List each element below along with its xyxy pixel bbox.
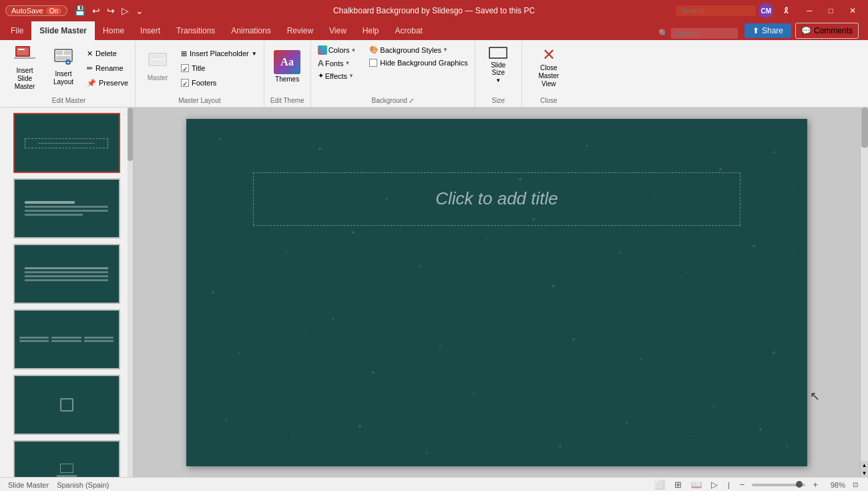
share-button[interactable]: ⬆ Share	[744, 23, 791, 38]
zoom-percent: 98%	[825, 481, 845, 489]
bg-styles-arrow-icon: ▼	[443, 47, 448, 53]
autosave-toggle[interactable]: On	[46, 7, 61, 15]
ribbon-tabs: File Slide Master Home Insert Transition…	[0, 21, 868, 40]
title-bar: AutoSave On 💾 ↩ ↪ ▷ ⌄ Chalkboard Backgro…	[0, 0, 868, 21]
title-search-input[interactable]	[676, 5, 756, 16]
effects-dropdown[interactable]: ✦ Effects ▼	[315, 70, 359, 81]
footers-checkbox[interactable]: Footers	[178, 76, 260, 90]
reading-view-button[interactable]: 📖	[689, 479, 704, 490]
svg-point-15	[318, 148, 321, 150]
insert-placeholder-button[interactable]: ⊞ Insert Placeholder ▼	[178, 47, 260, 60]
save-button[interactable]: 💾	[71, 4, 88, 17]
title-bar-left: AutoSave On 💾 ↩ ↪ ▷ ⌄	[5, 4, 146, 17]
rename-button[interactable]: ✏ Rename	[84, 61, 131, 75]
cursor-indicator: ↖	[810, 389, 820, 403]
svg-point-29	[686, 272, 688, 273]
size-label: Size	[479, 95, 517, 106]
group-close: ✕ CloseMaster View Close	[522, 41, 576, 107]
view-label: Slide Master	[8, 481, 49, 489]
background-styles-dropdown[interactable]: 🎨 Background Styles ▼	[367, 44, 470, 55]
right-scrollbar-thumb[interactable]	[861, 108, 868, 148]
insert-slide-master-button[interactable]: Insert SlideMaster	[7, 44, 43, 90]
present-button[interactable]: ▷	[119, 4, 132, 17]
minimize-button[interactable]: ─	[800, 0, 819, 21]
zoom-in-button[interactable]: +	[811, 479, 820, 490]
ribbon-search-input[interactable]	[671, 28, 738, 39]
hide-background-graphics-button[interactable]: Hide Background Graphics	[367, 56, 470, 69]
slide-thumb-3[interactable]	[13, 244, 120, 304]
title-placeholder-text: Click to add title	[435, 188, 558, 209]
colors-dropdown[interactable]: Colors ▼	[315, 44, 359, 56]
title-bar-right: CM 🎗 ─ □ ✕	[676, 0, 863, 21]
zoom-out-button[interactable]: −	[738, 479, 747, 490]
svg-point-36	[572, 338, 575, 341]
comments-button[interactable]: 💬 Comments	[795, 23, 859, 39]
svg-rect-3	[18, 49, 25, 50]
tab-animations[interactable]: Animations	[223, 21, 278, 40]
tab-home[interactable]: Home	[95, 21, 132, 40]
tab-acrobat[interactable]: Acrobat	[387, 21, 431, 40]
slide-thumb-4[interactable]	[13, 309, 120, 369]
user-avatar[interactable]: CM	[758, 3, 773, 18]
slide-thumb-5[interactable]	[13, 375, 120, 435]
close-master-view-button[interactable]: ✕ CloseMaster View	[532, 44, 566, 91]
svg-rect-6	[64, 51, 71, 55]
footers-check-icon	[181, 79, 189, 87]
slide-thumb-1[interactable]: ─────────────────	[13, 113, 120, 173]
svg-point-33	[372, 371, 375, 374]
right-scroll-arrows: ▲ ▼	[861, 461, 868, 477]
slide-canvas[interactable]: Click to add title	[186, 119, 807, 466]
group-master-layout: Master ⊞ Insert Placeholder ▼ Title Foot…	[136, 41, 264, 107]
themes-button[interactable]: Aa Themes	[269, 44, 305, 90]
normal-view-button[interactable]: ⬜	[652, 479, 667, 490]
title-checkbox[interactable]: Title	[178, 61, 260, 75]
right-scrollbar[interactable]: ▲ ▼	[860, 108, 868, 477]
tab-slide-master[interactable]: Slide Master	[31, 21, 95, 40]
svg-point-48	[759, 428, 762, 431]
tab-help[interactable]: Help	[355, 21, 387, 40]
scroll-up-button[interactable]: ▲	[861, 461, 868, 469]
maximize-button[interactable]: □	[822, 0, 840, 21]
tab-view[interactable]: View	[321, 21, 355, 40]
undo-button[interactable]: ↩	[89, 4, 103, 17]
slide-thumb-2[interactable]	[13, 178, 120, 238]
search-icon: 🔍	[658, 29, 668, 38]
delete-button[interactable]: ✕ Delete	[84, 47, 131, 60]
tab-file[interactable]: File	[3, 21, 31, 40]
slide-sorter-button[interactable]: ⊞	[672, 479, 684, 490]
title-placeholder[interactable]: Click to add title	[253, 172, 740, 226]
slide-size-arrow-icon: ▼	[495, 77, 501, 84]
close-button[interactable]: ✕	[843, 0, 863, 21]
delete-icon: ✕	[87, 49, 93, 58]
edit-theme-label: Edit Theme	[268, 95, 306, 106]
fit-slide-button[interactable]: ⊡	[851, 480, 860, 489]
effects-icon: ✦	[318, 71, 324, 80]
background-expand-icon[interactable]: ⤢	[409, 97, 414, 104]
insert-layout-button[interactable]: + InsertLayout	[45, 44, 81, 90]
edit-master-label: Edit Master	[7, 95, 131, 106]
slide-thumb-6[interactable]	[13, 440, 120, 477]
language-label: Spanish (Spain)	[57, 481, 109, 489]
tab-insert[interactable]: Insert	[132, 21, 168, 40]
canvas-area[interactable]: Click to add title ↖	[134, 108, 860, 477]
autosave-control[interactable]: AutoSave On	[5, 5, 67, 16]
scroll-down-button[interactable]: ▼	[861, 469, 868, 477]
quick-access-toolbar: 💾 ↩ ↪ ▷ ⌄	[71, 4, 146, 17]
svg-point-39	[773, 351, 775, 354]
customize-quick-access-button[interactable]: ⌄	[133, 4, 146, 17]
master-icon	[148, 52, 168, 73]
svg-point-32	[306, 332, 307, 333]
master-button[interactable]: Master	[140, 44, 176, 90]
zoom-slider[interactable]	[752, 484, 805, 486]
svg-point-27	[552, 285, 555, 287]
svg-rect-12	[150, 60, 165, 64]
slideshow-button[interactable]: ▷	[709, 479, 720, 490]
tab-transitions[interactable]: Transitions	[168, 21, 223, 40]
slide-panel[interactable]: ─────────────────	[0, 108, 134, 477]
preserve-button[interactable]: 📌 Preserve	[84, 76, 131, 90]
tab-review[interactable]: Review	[279, 21, 321, 40]
ribbon-toggle-button[interactable]: 🎗	[776, 0, 797, 21]
slide-size-button[interactable]: Slide Size ▼	[485, 44, 511, 86]
fonts-dropdown[interactable]: A Fonts ▼	[315, 57, 359, 69]
redo-button[interactable]: ↪	[104, 4, 118, 17]
